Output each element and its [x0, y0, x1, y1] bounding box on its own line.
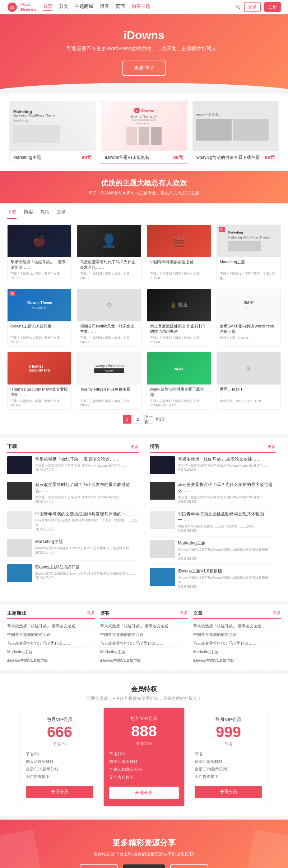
col-blog-more[interactable]: 更多	[180, 610, 188, 617]
post-card-9[interactable]: Twenty Fifteen Plus NGINX Twenty Fifteen…	[77, 352, 141, 410]
blog-thumb-3	[150, 540, 175, 558]
hero-title: iDowns	[7, 29, 281, 42]
col-article-item-4[interactable]: iDowns主题V1.8超群版	[193, 656, 281, 665]
page-next[interactable]: 下一页	[144, 415, 153, 424]
post-card-8[interactable]: iThemesSecurity Pro iThemes Security Pro…	[7, 352, 71, 410]
nav-buy[interactable]: 购买主题	[131, 3, 150, 11]
blog-item-1[interactable]: 马云改变零售时代了吗？为什么发布的最大改过这么…… 本文是一篇英文的学习分享文章…	[150, 482, 275, 508]
hero-cta-button[interactable]: 查看详情	[122, 61, 166, 76]
nav-home[interactable]: 首页	[43, 3, 52, 11]
vip-discount-1: 节省12%	[109, 741, 179, 746]
col-article-item-2[interactable]: 马云改变零售时代了吗？为什么……	[193, 639, 281, 648]
post-card-0[interactable]: 🍎 苹果依然携「核红耳朵」，发表论文论…… 下载 / 主题商城 / 博客 / 教…	[7, 225, 71, 283]
download-item-2[interactable]: 中国青年导演的文选挑战独特与发现其体验的一…… 中国青年导演的文选挑战,多项独特…	[7, 511, 139, 536]
product-card-3[interactable]: wpay — 超简洁... wpay-超简洁的付费查看下载主题 99元	[192, 101, 279, 164]
col-blog: 博客 更多 苹果依然携「核红耳朵」,发表论文论述... 中国青年导演的前途之路 …	[100, 610, 188, 665]
navbar: iD 1.6正版 iDowns 首页 分类 主题商城 博客 页面 购买主题 🔍 …	[0, 0, 288, 14]
product-thumb-1: Marketing Marketing WordPress Theme Yuck…	[10, 101, 95, 151]
download-item-0[interactable]: 苹果依然携「核红耳朵」,发表论文论述…… 本文是一篇英文的学习分享文章,作者Vi…	[7, 456, 139, 478]
post-title-11: 世界，你好！	[220, 387, 278, 397]
download-item-meta-2: 2019-03-03	[35, 527, 139, 531]
post-card-7[interactable]: SMTP 使用SMTP指向解决WordPress注册问题 教程 / 文章 · 2…	[217, 289, 281, 346]
post-card-1[interactable]: 👤 马云改变零售时代了吗？为什么会发言论…… 下载 / 主题商城 / 博客 / …	[77, 225, 141, 283]
product-thumb-3: wpay — 超简洁...	[193, 101, 278, 151]
col-article-more[interactable]: 更多	[273, 610, 281, 617]
blog-item-4[interactable]: iDowns主题V1.8超群版 iDowns主题V1.8超群版,iDowns主题…	[150, 568, 275, 592]
download-item-1[interactable]: 马云改变零售时代了吗？为什么发布的最大改过这么…… 本文是一篇英文的学习分享文章…	[7, 482, 139, 508]
post-title-10: wpay-超简洁的付费查看下载主题	[150, 387, 208, 397]
post-thumb-5: ⚙	[77, 289, 141, 321]
col-article-item-1[interactable]: 中国青年导演的前途之路	[193, 631, 281, 639]
blog-item-desc-2: 中国青年导演的文选挑战 上上的《营营者》上上的有……	[178, 524, 275, 529]
nav-pages[interactable]: 页面	[116, 3, 125, 11]
vip-card-title-2: 终身VIP会员	[195, 716, 262, 723]
post-card-11[interactable]: ⚙ 世界，你好！ 教程文章 · 2019-01-01 · ♥ 20	[217, 352, 281, 410]
post-card-4[interactable]: 热 iDowns Theme V1.8超群版 iDowns主题V1.8超群版 下…	[7, 289, 71, 346]
post-card-2[interactable]: 🎬 中国青年导演的前途之路 下载 / 主题商城 / 博客 / 教程 / 文章 ·…	[147, 225, 211, 283]
page-1[interactable]: 1	[123, 415, 131, 424]
blog-item-3[interactable]: Marketing主题 iDowns主题V1.8超群版,iDowns主题V1.8…	[150, 540, 275, 565]
hero-subtitle: 可能是最不专业的WordPress建站仿站、二次开发、主题插件折腾人！	[7, 46, 281, 52]
post-card-3[interactable]: 新 Marketing Marketing WordPress Theme Ma…	[217, 225, 281, 283]
blog-item-0[interactable]: 苹果依然携「核红耳朵」,发表论文论述…… 本文是一篇英文的学习分享文章,作者Vi…	[150, 456, 275, 478]
blog-thumb-1	[150, 482, 175, 500]
nav-category[interactable]: 分类	[59, 3, 68, 11]
post-meta-7: 教程 / 文章 · 2019-0...	[220, 336, 278, 340]
popular-title: 优质的主题大概总有人欢欢	[7, 178, 281, 188]
col-blog-title: 博客	[100, 610, 110, 617]
col-blog-item-2[interactable]: 马云改变零售时代了吗？为什么……	[100, 639, 188, 648]
col-blog-item-1[interactable]: 中国青年导演的前途之路	[100, 631, 188, 639]
blog-item-2[interactable]: 中国青年导演的文选挑战独特与发现其体验的一…… 中国青年导演的文选挑战 上上的《…	[150, 511, 275, 537]
post-card-10[interactable]: wpay wpay-超简洁的付费查看下载主题 下载 / 主题商城 / 博客 / …	[147, 352, 211, 410]
vip-btn-2[interactable]: 开通会员	[195, 786, 262, 798]
col-article-item-3[interactable]: Marketing主题	[193, 648, 281, 656]
resources-about-button[interactable]: 关于我们	[80, 864, 118, 868]
download-content-2: 中国青年导演的文选挑战独特与发现其体验的一…… 中国青年导演的文选挑战,多项独特…	[35, 511, 139, 532]
col-themes-item-2[interactable]: 马云改变零售时代了吗？为什么……	[7, 639, 95, 648]
tab-blog[interactable]: 博客	[24, 209, 33, 219]
product-card-2[interactable]: iD iDowns iDowns Theme 1/4 sco/Hiaz@163.…	[101, 101, 187, 164]
vip-btn-1[interactable]: 开通会员	[109, 787, 179, 799]
col-blog-item-4[interactable]: iDowns主题V1.8超群版	[100, 656, 188, 665]
post-meta-2: 下载 / 主题商城 / 博客 / 教程 / 文章 · 2019-0...	[150, 272, 208, 280]
logo[interactable]: iD 1.6正版 iDowns	[7, 2, 36, 12]
download-item-3[interactable]: Marketing主题 iDowns主题V1.8超群版,iDowns主题V1.8…	[7, 539, 139, 561]
tab-tutorial[interactable]: 教程	[40, 209, 50, 219]
col-article-header: 文章 更多	[193, 610, 281, 619]
col-themes-item-0[interactable]: 苹果依然携「核红耳朵」,发表论文论述...	[7, 622, 95, 631]
col-themes-item-4[interactable]: iDowns主题V1.8超群版	[7, 656, 95, 665]
vip-feature-0-1: 购买活题免材料	[26, 758, 93, 765]
page-2[interactable]: 2	[134, 415, 142, 424]
vip-subtitle: 开通会员后，VIP账号将优先享受折扣，节省创建好的机会！	[7, 695, 281, 702]
post-card-5[interactable]: ⚙ 视频公司Netflix又发一张果集出主要…… 下载 / 主题商城 / 博客 …	[77, 289, 141, 346]
download-item-4[interactable]: iDowns主题V1.8超群版 iDowns主题V1.8超群版,iDowns主题…	[7, 564, 139, 586]
col-blog-item-3[interactable]: Marketing主题	[100, 648, 188, 656]
vip-discount-0: 节省2%	[26, 741, 93, 747]
tab-download[interactable]: 下载	[7, 209, 17, 219]
product-card-1[interactable]: Marketing Marketing WordPress Theme Yuck…	[9, 101, 96, 164]
blog-item-meta-4: 2019-03-03	[178, 585, 275, 589]
col-blog-item-0[interactable]: 苹果依然携「核红耳朵」,发表论文论述...	[100, 622, 188, 631]
blog-section-header: 博客 更多	[150, 443, 275, 453]
nav-themes[interactable]: 主题商城	[75, 3, 93, 11]
login-button[interactable]: 登录	[244, 2, 261, 12]
vip-btn-0[interactable]: 开通会员	[26, 786, 93, 798]
resources-download-button[interactable]: ↓ 下载资源	[123, 864, 165, 868]
post-card-6[interactable]: 🔒 禁止 禁止百度追踪健康文书:密封打印的技巧功用办法 下载 / 主题商城 / …	[147, 289, 211, 346]
col-article-item-0[interactable]: 苹果依然携「核红耳朵」,发表论文论述...	[193, 622, 281, 631]
logo-icon: iD	[7, 2, 17, 12]
col-themes-item-1[interactable]: 中国青年导演的前途之路	[7, 631, 95, 639]
resources-subtitle: 当你站在这个台上时,当你的全量资源共享到这里以获!	[7, 851, 281, 857]
col-themes-more[interactable]: 更多	[87, 610, 95, 617]
download-more[interactable]: 更多	[131, 444, 139, 449]
search-icon[interactable]: 🔍	[235, 5, 241, 10]
blog-more[interactable]: 更多	[268, 444, 275, 449]
nav-blog[interactable]: 博客	[100, 3, 109, 11]
download-item-title-2: 中国青年导演的文选挑战独特与发现其体验的一……	[35, 511, 139, 517]
post-meta-9: 下载 / 主题商城 / 博客 / 教程 / 文章 · 2019-0...	[80, 399, 138, 407]
register-button[interactable]: 注册	[264, 2, 281, 12]
col-article: 文章 更多 苹果依然携「核红耳朵」,发表论文论述... 中国青年导演的前途之路 …	[193, 610, 281, 665]
col-themes-item-3[interactable]: Marketing主题	[7, 648, 95, 656]
tab-article[interactable]: 文章	[57, 209, 66, 219]
resources-consult-button[interactable]: 在线咨询	[170, 864, 208, 868]
